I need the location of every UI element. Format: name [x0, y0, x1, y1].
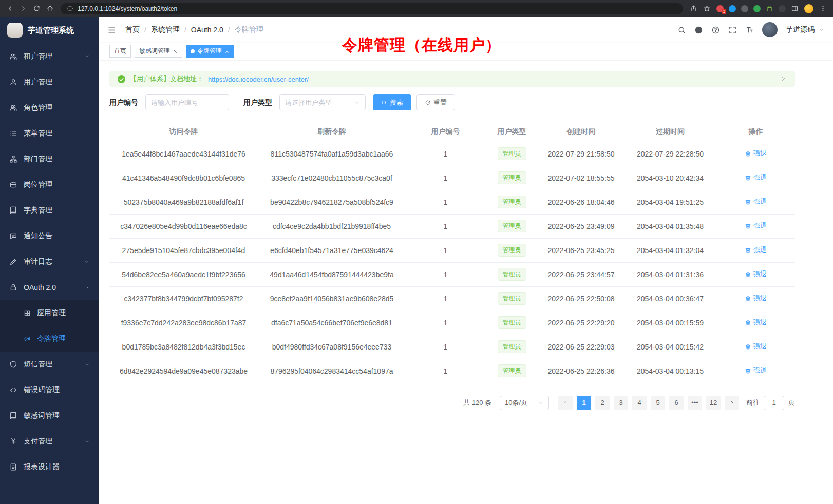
tab-sensitive-word[interactable]: 敏感词管理: [135, 45, 182, 58]
force-logout-button[interactable]: 强退: [745, 294, 767, 303]
extension-icon-dark[interactable]: [741, 5, 748, 12]
header-search-icon[interactable]: [677, 26, 686, 34]
trash-icon: [745, 367, 751, 374]
breadcrumb-item[interactable]: OAuth 2.0: [191, 26, 223, 34]
next-page-button[interactable]: [725, 396, 739, 410]
browser-back-icon[interactable]: [6, 5, 14, 12]
user-id-input[interactable]: [145, 94, 229, 110]
sidebar-item-notice[interactable]: 通知公告: [0, 223, 99, 249]
alert-close-icon[interactable]: [781, 76, 787, 82]
cell-user-id: 1: [406, 286, 485, 311]
extension-icon-green[interactable]: [753, 5, 761, 12]
sidebar-item-menu[interactable]: 菜单管理: [0, 121, 99, 146]
tab-close-icon[interactable]: [224, 49, 230, 54]
browser-home-icon[interactable]: [46, 5, 54, 12]
breadcrumb-separator: /: [184, 26, 186, 34]
tab-home[interactable]: 首页: [109, 45, 131, 58]
sidebar-item-errcode[interactable]: 错误码管理: [0, 377, 99, 403]
force-logout-button[interactable]: 强退: [745, 149, 767, 158]
help-icon[interactable]: [711, 26, 720, 34]
force-logout-button[interactable]: 强退: [745, 269, 767, 279]
url-bar[interactable]: 127.0.0.1:1024/system/oauth2/token: [61, 3, 683, 14]
breadcrumb-item[interactable]: 首页: [125, 25, 140, 34]
sidebar-item-oauth[interactable]: OAuth 2.0: [0, 275, 99, 300]
github-icon[interactable]: [694, 26, 703, 34]
sidebar-item-user[interactable]: 用户管理: [0, 69, 99, 95]
app-icon: [24, 309, 31, 317]
sidebar-item-tenant[interactable]: 租户管理: [0, 44, 99, 69]
extension-icon-dark2[interactable]: [779, 5, 786, 12]
share-icon[interactable]: [690, 5, 697, 12]
sidebar-item-pay[interactable]: 支付管理: [0, 429, 99, 454]
cell-user-id: 1: [406, 335, 485, 359]
bookmark-star-icon[interactable]: [703, 5, 711, 12]
tab-close-icon[interactable]: [173, 49, 178, 54]
cell-user-type: 管理员: [485, 166, 538, 190]
force-logout-button[interactable]: 强退: [745, 173, 767, 182]
extension-icon-blue[interactable]: [729, 5, 736, 12]
page-more-button[interactable]: •••: [688, 396, 702, 410]
sidebar-item-post[interactable]: 岗位管理: [0, 172, 99, 198]
cell-expire-time: 2054-03-04 00:36:47: [624, 286, 716, 311]
side-panel-icon[interactable]: [791, 5, 799, 12]
app-logo[interactable]: 芋道管理系统: [0, 17, 99, 44]
sidebar-item-report[interactable]: 报表设计器: [0, 454, 99, 480]
user-type-select[interactable]: 请选择用户类型: [279, 94, 366, 110]
user-menu-caret-icon[interactable]: [819, 27, 825, 33]
col-user-id: 用户编号: [406, 123, 485, 142]
cell-user-id: 1: [406, 238, 485, 262]
sidebar-item-dict[interactable]: 字典管理: [0, 198, 99, 223]
sidebar-item-label: 通知公告: [24, 231, 90, 241]
cell-access-token: 1ea5e44f8bc1467aaede43144f31de76: [109, 142, 258, 166]
force-logout-button[interactable]: 强退: [745, 197, 767, 206]
force-logout-button[interactable]: 强退: [745, 318, 767, 327]
site-info-icon[interactable]: [67, 5, 73, 12]
force-logout-button[interactable]: 强退: [745, 245, 767, 255]
page-button-3[interactable]: 3: [614, 396, 628, 410]
cell-expire-time: 2054-03-04 01:32:04: [624, 238, 716, 262]
browser-forward-icon[interactable]: [20, 5, 27, 12]
sidebar-item-sensitive[interactable]: 敏感词管理: [0, 403, 99, 429]
browser-menu-icon[interactable]: [819, 5, 827, 12]
cell-actions: 强退: [716, 238, 795, 262]
annotation-text: 令牌管理（在线用户）: [342, 35, 501, 56]
extension-icon-red[interactable]: 1: [716, 5, 724, 12]
page-button-6[interactable]: 6: [669, 396, 684, 410]
tab-token[interactable]: 令牌管理: [186, 45, 234, 58]
prev-page-button[interactable]: [558, 396, 573, 410]
page-size-select[interactable]: 10条/页: [500, 396, 549, 410]
reset-button-label: 重置: [433, 98, 447, 107]
fullscreen-icon[interactable]: [728, 26, 737, 34]
page-button-12[interactable]: 12: [706, 396, 721, 410]
browser-reload-icon[interactable]: [33, 5, 41, 12]
user-name[interactable]: 芋道源码: [786, 25, 815, 34]
extensions-puzzle-icon[interactable]: [766, 5, 773, 12]
sidebar-toggle-icon[interactable]: [107, 26, 116, 34]
force-logout-button[interactable]: 强退: [745, 221, 767, 230]
search-button[interactable]: 搜索: [373, 94, 411, 110]
sidebar-item-audit[interactable]: 审计日志: [0, 249, 99, 275]
font-size-icon[interactable]: [745, 26, 754, 34]
role-icon: [9, 104, 17, 112]
alert-doc-link[interactable]: https://doc.iocoder.cn/user-center/: [208, 75, 309, 83]
breadcrumb-item[interactable]: 系统管理: [151, 25, 180, 34]
sidebar-item-sms[interactable]: 短信管理: [0, 352, 99, 377]
page-goto-input[interactable]: [764, 396, 784, 410]
user-avatar[interactable]: [762, 22, 778, 37]
page-button-5[interactable]: 5: [651, 396, 665, 410]
sidebar-item-dept[interactable]: 部门管理: [0, 146, 99, 172]
page-button-2[interactable]: 2: [595, 396, 610, 410]
reset-button[interactable]: 重置: [416, 94, 455, 110]
sidebar-item-role[interactable]: 角色管理: [0, 95, 99, 121]
browser-profile-avatar[interactable]: [804, 4, 813, 13]
user-id-label: 用户编号: [109, 98, 138, 107]
cell-access-token: f9336e7c7dd242a283ee98dc86b17a87: [109, 311, 258, 335]
cell-user-id: 1: [406, 190, 485, 214]
force-logout-button[interactable]: 强退: [745, 366, 767, 375]
page-button-4[interactable]: 4: [632, 396, 647, 410]
sidebar-subitem-token[interactable]: 令牌管理: [0, 326, 99, 352]
page-button-1[interactable]: 1: [577, 396, 591, 410]
force-logout-label: 强退: [753, 342, 767, 351]
force-logout-button[interactable]: 强退: [745, 342, 767, 351]
sidebar-subitem-app[interactable]: 应用管理: [0, 300, 99, 326]
